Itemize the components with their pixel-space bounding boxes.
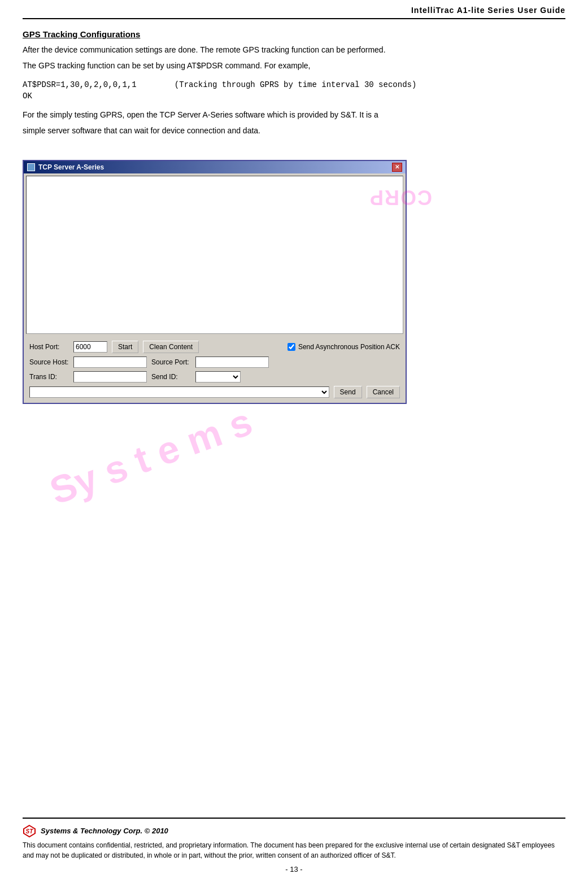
footer-copyright: © 2010	[145, 827, 168, 835]
tcp-close-button[interactable]: ✕	[392, 163, 402, 172]
message-select[interactable]	[29, 386, 329, 398]
tcp-title-area: TCP Server A-Series	[27, 163, 104, 171]
para3-line2: simple server software that can wait for…	[23, 124, 565, 137]
tcp-row-4: Send Cancel	[29, 386, 400, 398]
trans-id-label: Trans ID:	[29, 373, 69, 381]
clean-content-button[interactable]: Clean Content	[143, 341, 199, 353]
host-port-label: Host Port:	[29, 343, 69, 351]
tcp-row-3: Trans ID: Send ID:	[29, 371, 400, 383]
svg-text:ST: ST	[26, 828, 34, 834]
para1: After the device communication settings …	[23, 44, 565, 56]
tcp-title-icon	[27, 163, 35, 171]
source-port-input[interactable]	[195, 357, 269, 368]
host-port-input[interactable]	[73, 341, 107, 353]
send-async-checkbox[interactable]	[288, 343, 295, 351]
send-async-checkbox-row: Send Asynchronous Position ACK	[288, 343, 400, 351]
source-host-input[interactable]	[73, 357, 147, 368]
tcp-titlebar: TCP Server A-Series ✕	[24, 161, 406, 173]
footer-company: Systems & Technology Corp. © 2010	[41, 825, 168, 837]
footer-disclaimer: This document contains confidential, res…	[23, 840, 565, 860]
source-host-label: Source Host:	[29, 358, 69, 366]
send-async-label: Send Asynchronous Position ACK	[298, 343, 400, 351]
trans-id-input[interactable]	[73, 371, 147, 383]
page-footer: ST Systems & Technology Corp. © 2010 Thi…	[23, 818, 565, 879]
tcp-window-title: TCP Server A-Series	[38, 163, 104, 171]
tcp-controls: Host Port: Start Clean Content Send Asyn…	[24, 336, 406, 403]
ok-response: OK	[23, 92, 565, 101]
page-header: IntelliTrac A1-lite Series User Guide	[23, 0, 565, 19]
company-logo: ST	[23, 824, 36, 838]
footer-page-number: - 13 -	[23, 864, 565, 875]
section-content: GPS Tracking Configurations After the de…	[23, 29, 565, 141]
start-button[interactable]: Start	[112, 341, 138, 353]
para3-line1: For the simply testing GPRS, open the TC…	[23, 108, 565, 121]
footer-logo-row: ST Systems & Technology Corp. © 2010	[23, 824, 565, 838]
tcp-row-2: Source Host: Source Port:	[29, 357, 400, 368]
spacer	[23, 410, 565, 818]
code-comment: (Tracking through GPRS by time interval …	[175, 80, 416, 89]
send-id-label: Send ID:	[151, 373, 191, 381]
source-port-label: Source Port:	[151, 358, 191, 366]
send-button[interactable]: Send	[334, 386, 362, 398]
section-title: GPS Tracking Configurations	[23, 29, 565, 39]
send-id-select[interactable]	[195, 371, 241, 383]
cancel-button[interactable]: Cancel	[367, 386, 400, 398]
page-container: IntelliTrac A1-lite Series User Guide GP…	[0, 0, 588, 878]
screenshot-wrapper: CORP TCP Server A-Series ✕ Host Port: St…	[23, 160, 407, 404]
at-command: AT$PDSR=1,30,0,2,0,0,1,1	[23, 80, 137, 89]
tcp-window: TCP Server A-Series ✕ Host Port: Start C…	[23, 160, 407, 404]
tcp-content-area	[26, 176, 403, 334]
header-title: IntelliTrac A1-lite Series User Guide	[411, 6, 565, 15]
code-example: AT$PDSR=1,30,0,2,0,0,1,1 (Tracking throu…	[23, 80, 565, 89]
tcp-row-1: Host Port: Start Clean Content Send Asyn…	[29, 341, 400, 353]
para2: The GPS tracking function can be set by …	[23, 59, 565, 72]
